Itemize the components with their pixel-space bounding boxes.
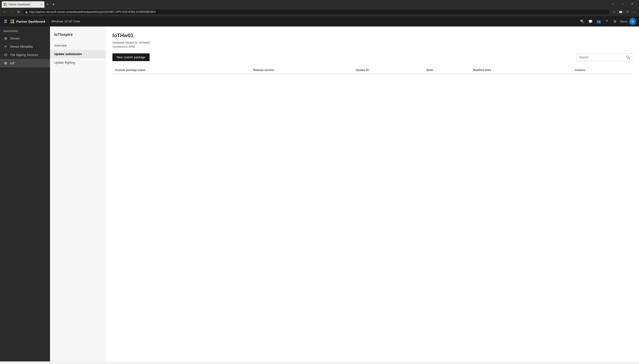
col-header-name: Custom package name <box>112 66 250 74</box>
hamburger-menu[interactable]: ☰ <box>3 18 8 24</box>
top-nav: ☰ Partner Dashboard Windows 10 IoT Core … <box>0 16 639 26</box>
forward-button[interactable]: → <box>9 9 15 15</box>
restore-button[interactable]: □ <box>618 0 627 7</box>
sub-nav-title: IoTInspire <box>50 26 105 41</box>
active-tab[interactable]: Partner Dashboard ✕ <box>2 1 45 8</box>
subnav-item-overview[interactable]: Overview <box>50 41 105 50</box>
search-icon-button[interactable]: 🔍 <box>624 54 632 61</box>
page-title: IoTHw01 <box>112 32 632 38</box>
subnav-item-label: Update submission <box>54 52 82 56</box>
col-header-release: Release verison <box>250 66 353 74</box>
search-input[interactable] <box>577 56 624 59</box>
new-tab-button[interactable]: + <box>45 1 51 7</box>
reading-view-icon[interactable]: 📖 <box>618 9 623 15</box>
close-button[interactable]: ✕ <box>627 0 637 7</box>
col-header-actions: Actions <box>572 66 632 74</box>
file-signing-icon: ⊡ <box>4 53 8 57</box>
sub-nav: IoTInspire Overview Update submission Up… <box>50 26 106 362</box>
tab-bar: Partner Dashboard ✕ + ▾ <box>2 0 607 8</box>
col-header-modified[interactable]: Modified Date ↑ <box>470 66 572 74</box>
app-title: Partner Dashboard <box>16 20 45 23</box>
architecture-label: Architecture: ARM <box>112 45 632 48</box>
data-table: Custom package name Release verison Upda… <box>112 66 632 74</box>
drivers-icon: ⊞ <box>4 36 8 40</box>
address-bar[interactable]: 🔒 https://partner.microsoft.com/en-us/da… <box>22 9 610 15</box>
subnav-item-update-submission[interactable]: Update submission <box>50 50 105 58</box>
search-box: 🔍 <box>576 54 632 61</box>
user-label[interactable]: Demo <box>620 20 627 23</box>
sidebar-section-label: HARDWARE <box>0 26 50 34</box>
sidebar-item-iot[interactable]: ⚙ IoT <box>0 59 50 67</box>
col-modified-label: Modified Date <box>473 68 491 72</box>
address-bar-row: ← → ↻ 🔒 https://partner.microsoft.com/en… <box>0 8 639 16</box>
sidebar-item-label: IoT <box>10 62 15 65</box>
variant-id-label: Hardware Variant ID: IoTHw01 <box>112 41 632 44</box>
sidebar-item-label: Drivers <box>10 37 20 40</box>
page-content: IoTHw01 Hardware Variant ID: IoTHw01 Arc… <box>106 26 639 362</box>
users-nav-button[interactable]: 👥 <box>595 18 602 25</box>
window-controls: — □ ✕ <box>608 0 637 7</box>
col-header-state: State <box>424 66 470 74</box>
nav-divider <box>48 19 48 24</box>
nav-subtitle: Windows 10 IoT Core <box>51 20 80 23</box>
url-text: https://partner.microsoft.com/en-us/dash… <box>29 10 156 14</box>
settings-nav-button[interactable]: ⚙ <box>611 18 619 25</box>
sidebar-item-device-metadata[interactable]: ≡ Device Metadata <box>0 42 50 51</box>
share-icon[interactable]: ↗ <box>624 9 630 15</box>
sidebar-item-label: Device Metadata <box>10 45 33 48</box>
sidebar-item-file-signing[interactable]: ⊡ File Signing Services <box>0 51 50 59</box>
refresh-button[interactable]: ↻ <box>16 9 21 15</box>
lock-icon: 🔒 <box>25 11 28 14</box>
device-metadata-icon: ≡ <box>4 45 8 48</box>
tab-favicon <box>4 3 7 6</box>
sort-arrow-icon: ↑ <box>493 69 494 71</box>
ms-logo <box>10 20 14 23</box>
help-nav-button[interactable]: ? <box>603 18 610 25</box>
minimize-button[interactable]: — <box>608 0 618 7</box>
user-avatar[interactable]: D <box>629 18 636 25</box>
subnav-item-label: Update flighting <box>54 61 75 64</box>
back-button[interactable]: ← <box>2 9 8 15</box>
subnav-item-label: Overview <box>54 44 67 47</box>
sidebar-item-label: File Signing Services <box>10 53 38 56</box>
iot-icon: ⚙ <box>4 61 8 65</box>
chat-nav-button[interactable]: 💬 <box>587 18 594 25</box>
toolbar-row: New custom package 🔍 <box>112 54 632 61</box>
col-header-update-id: Update ID <box>353 66 424 74</box>
sidebar-item-drivers[interactable]: ⊞ Drivers <box>0 34 50 42</box>
sidebar: HARDWARE ⊞ Drivers ≡ Device Metadata ⊡ F… <box>0 26 50 362</box>
more-button[interactable]: ⋯ <box>631 9 637 15</box>
subnav-item-update-flighting[interactable]: Update flighting <box>50 58 105 67</box>
search-nav-button[interactable]: 🔍 <box>578 18 586 25</box>
tab-dropdown-button[interactable]: ▾ <box>51 1 57 7</box>
close-tab-icon[interactable]: ✕ <box>41 3 42 6</box>
favorites-icon[interactable]: ☆ <box>611 9 617 15</box>
new-custom-package-button[interactable]: New custom package <box>112 54 150 61</box>
tab-title: Partner Dashboard <box>9 3 30 6</box>
